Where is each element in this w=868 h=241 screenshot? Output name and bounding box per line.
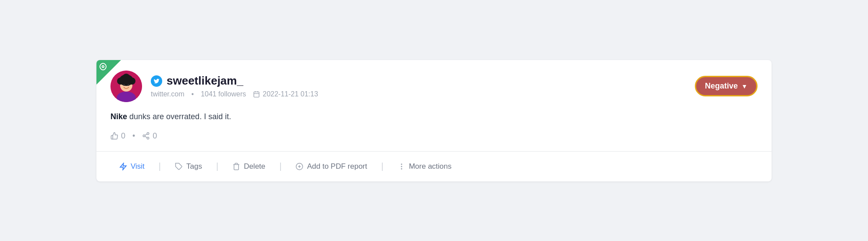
svg-point-24 <box>401 164 402 165</box>
header-row: sweetlikejam_ twitter.com • 1041 followe… <box>110 71 758 102</box>
more-actions-icon <box>398 163 406 170</box>
action-bar: Visit | Tags | Delete | Add t <box>96 152 772 181</box>
meta-row: twitter.com • 1041 followers 2022-11-21 … <box>151 90 318 98</box>
corner-badge-icon <box>99 63 107 73</box>
svg-marker-19 <box>120 163 126 170</box>
thumbs-up-icon <box>110 132 118 140</box>
action-separator-1: | <box>159 161 161 171</box>
bolt-icon <box>119 163 127 170</box>
meta-dot: • <box>191 90 194 98</box>
svg-point-16 <box>147 137 149 139</box>
post-text: dunks are overrated. I said it. <box>127 112 231 121</box>
add-pdf-icon <box>295 163 303 170</box>
delete-button[interactable]: Delete <box>224 159 274 174</box>
svg-point-25 <box>401 166 402 167</box>
share-icon <box>142 132 150 140</box>
svg-point-15 <box>143 135 146 137</box>
post-content: Nike dunks are overrated. I said it. <box>110 111 758 123</box>
username-row: sweetlikejam_ <box>151 74 318 88</box>
header-left: sweetlikejam_ twitter.com • 1041 followe… <box>110 71 318 102</box>
corner-badge <box>96 60 121 85</box>
engagement-row: 0 • 0 <box>110 131 758 141</box>
twitter-icon <box>151 75 162 87</box>
followers-text: 1041 followers <box>201 90 246 98</box>
svg-rect-10 <box>254 92 259 97</box>
date-text: 2022-11-21 01:13 <box>263 90 318 98</box>
sentiment-label: Negative <box>705 82 738 91</box>
post-brand: Nike <box>110 112 127 121</box>
shares-count: 0 <box>153 131 157 141</box>
card-body: sweetlikejam_ twitter.com • 1041 followe… <box>96 60 772 151</box>
visit-label: Visit <box>131 162 145 171</box>
date-container: 2022-11-21 01:13 <box>253 90 318 98</box>
tags-button[interactable]: Tags <box>166 159 211 174</box>
tags-label: Tags <box>186 162 202 171</box>
add-to-pdf-button[interactable]: Add to PDF report <box>287 159 376 174</box>
username-text: sweetlikejam_ <box>167 74 243 88</box>
svg-point-14 <box>147 133 149 135</box>
delete-label: Delete <box>244 162 265 171</box>
shares-item: 0 <box>142 131 157 141</box>
action-separator-3: | <box>279 161 281 171</box>
svg-point-9 <box>128 84 129 86</box>
action-separator-4: | <box>381 161 384 171</box>
engagement-separator: • <box>132 131 135 141</box>
sentiment-badge[interactable]: Negative ▼ <box>695 76 758 96</box>
svg-line-18 <box>145 134 147 135</box>
trash-icon <box>232 163 240 170</box>
more-actions-label: More actions <box>409 162 452 171</box>
add-to-pdf-label: Add to PDF report <box>307 162 367 171</box>
svg-point-7 <box>122 74 130 82</box>
likes-item: 0 <box>110 131 125 141</box>
more-actions-button[interactable]: More actions <box>389 159 460 174</box>
svg-point-26 <box>401 168 402 169</box>
platform-text: twitter.com <box>151 90 184 98</box>
post-card: sweetlikejam_ twitter.com • 1041 followe… <box>96 60 772 181</box>
visit-button[interactable]: Visit <box>110 159 153 174</box>
chevron-down-icon: ▼ <box>741 83 747 90</box>
user-info: sweetlikejam_ twitter.com • 1041 followe… <box>151 74 318 98</box>
likes-count: 0 <box>121 131 125 141</box>
action-separator-2: | <box>216 161 218 171</box>
tags-icon <box>175 163 183 170</box>
calendar-icon <box>253 91 260 98</box>
svg-point-8 <box>123 84 125 86</box>
svg-point-0 <box>102 65 104 67</box>
svg-line-17 <box>145 136 147 138</box>
